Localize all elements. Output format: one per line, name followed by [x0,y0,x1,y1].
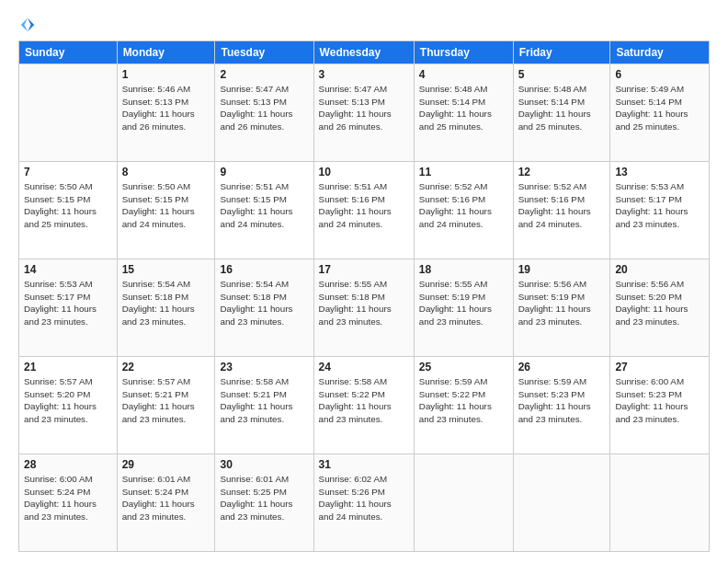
day-info: Sunrise: 6:01 AM Sunset: 5:25 PM Dayligh… [220,473,308,523]
day-number: 16 [220,263,308,276]
day-number: 30 [220,458,308,471]
calendar-cell: 26Sunrise: 5:59 AM Sunset: 5:23 PM Dayli… [513,357,610,454]
day-info: Sunrise: 5:59 AM Sunset: 5:22 PM Dayligh… [419,375,508,425]
calendar-cell: 12Sunrise: 5:52 AM Sunset: 5:16 PM Dayli… [513,162,610,259]
day-number: 2 [220,68,308,81]
day-number: 15 [122,263,210,276]
day-number: 23 [220,361,308,373]
day-number: 7 [24,166,112,178]
day-info: Sunrise: 5:54 AM Sunset: 5:18 PM Dayligh… [220,278,308,327]
day-number: 27 [615,361,704,373]
weekday-header: Wednesday [313,41,414,64]
day-number: 6 [615,68,704,81]
day-info: Sunrise: 6:02 AM Sunset: 5:26 PM Dayligh… [319,473,409,523]
calendar-cell: 31Sunrise: 6:02 AM Sunset: 5:26 PM Dayli… [313,454,414,552]
day-info: Sunrise: 5:48 AM Sunset: 5:14 PM Dayligh… [518,83,606,132]
day-info: Sunrise: 6:01 AM Sunset: 5:24 PM Dayligh… [122,473,210,523]
day-number: 8 [122,166,210,178]
calendar-cell: 16Sunrise: 5:54 AM Sunset: 5:18 PM Dayli… [215,259,313,357]
day-info: Sunrise: 5:55 AM Sunset: 5:19 PM Dayligh… [419,278,508,327]
calendar-cell: 8Sunrise: 5:50 AM Sunset: 5:15 PM Daylig… [117,162,215,259]
calendar-header-row: SundayMondayTuesdayWednesdayThursdayFrid… [19,41,710,64]
day-info: Sunrise: 5:51 AM Sunset: 5:16 PM Dayligh… [319,180,409,230]
day-info: Sunrise: 5:49 AM Sunset: 5:14 PM Dayligh… [615,83,704,132]
svg-marker-1 [21,18,28,31]
day-info: Sunrise: 5:47 AM Sunset: 5:13 PM Dayligh… [319,83,409,132]
calendar-cell: 11Sunrise: 5:52 AM Sunset: 5:16 PM Dayli… [414,162,513,259]
day-number: 11 [419,166,508,178]
calendar-cell: 4Sunrise: 5:48 AM Sunset: 5:14 PM Daylig… [414,64,513,162]
calendar-cell: 30Sunrise: 6:01 AM Sunset: 5:25 PM Dayli… [215,454,313,552]
day-info: Sunrise: 5:51 AM Sunset: 5:15 PM Dayligh… [220,180,308,230]
weekday-header: Sunday [19,41,118,64]
day-info: Sunrise: 5:53 AM Sunset: 5:17 PM Dayligh… [24,278,112,327]
day-number: 21 [24,361,112,373]
calendar-cell: 19Sunrise: 5:56 AM Sunset: 5:19 PM Dayli… [513,259,610,357]
calendar-cell: 13Sunrise: 5:53 AM Sunset: 5:17 PM Dayli… [610,162,710,259]
header [18,17,710,33]
day-info: Sunrise: 6:00 AM Sunset: 5:23 PM Dayligh… [615,375,704,425]
calendar-cell: 3Sunrise: 5:47 AM Sunset: 5:13 PM Daylig… [313,64,414,162]
weekday-header: Thursday [414,41,513,64]
calendar-cell: 18Sunrise: 5:55 AM Sunset: 5:19 PM Dayli… [414,259,513,357]
svg-marker-0 [28,18,34,31]
day-number: 9 [220,166,308,178]
day-info: Sunrise: 5:52 AM Sunset: 5:16 PM Dayligh… [518,180,606,230]
calendar-cell: 14Sunrise: 5:53 AM Sunset: 5:17 PM Dayli… [19,259,118,357]
day-info: Sunrise: 5:47 AM Sunset: 5:13 PM Dayligh… [220,83,308,132]
calendar-week-row: 28Sunrise: 6:00 AM Sunset: 5:24 PM Dayli… [19,454,710,552]
day-number: 26 [518,361,606,373]
day-info: Sunrise: 5:57 AM Sunset: 5:21 PM Dayligh… [122,375,210,425]
calendar-cell: 1Sunrise: 5:46 AM Sunset: 5:13 PM Daylig… [117,64,215,162]
calendar-week-row: 21Sunrise: 5:57 AM Sunset: 5:20 PM Dayli… [19,357,710,454]
day-number: 19 [518,263,606,276]
calendar-cell: 21Sunrise: 5:57 AM Sunset: 5:20 PM Dayli… [19,357,118,454]
page: SundayMondayTuesdayWednesdayThursdayFrid… [0,0,728,563]
calendar-cell: 7Sunrise: 5:50 AM Sunset: 5:15 PM Daylig… [19,162,118,259]
calendar-week-row: 1Sunrise: 5:46 AM Sunset: 5:13 PM Daylig… [19,64,710,162]
day-info: Sunrise: 5:48 AM Sunset: 5:14 PM Dayligh… [419,83,508,132]
calendar-cell: 6Sunrise: 5:49 AM Sunset: 5:14 PM Daylig… [610,64,710,162]
calendar-cell: 24Sunrise: 5:58 AM Sunset: 5:22 PM Dayli… [313,357,414,454]
calendar-cell: 28Sunrise: 6:00 AM Sunset: 5:24 PM Dayli… [19,454,118,552]
day-info: Sunrise: 5:53 AM Sunset: 5:17 PM Dayligh… [615,180,704,230]
day-number: 20 [615,263,704,276]
calendar-cell: 25Sunrise: 5:59 AM Sunset: 5:22 PM Dayli… [414,357,513,454]
day-number: 4 [419,68,508,81]
day-info: Sunrise: 5:59 AM Sunset: 5:23 PM Dayligh… [518,375,606,425]
calendar-cell: 29Sunrise: 6:01 AM Sunset: 5:24 PM Dayli… [117,454,215,552]
day-number: 31 [319,458,409,471]
logo-text [18,17,37,33]
day-info: Sunrise: 5:50 AM Sunset: 5:15 PM Dayligh… [24,180,112,230]
day-number: 29 [122,458,210,471]
day-number: 24 [319,361,409,373]
day-number: 1 [122,68,210,81]
day-number: 18 [419,263,508,276]
day-info: Sunrise: 5:56 AM Sunset: 5:20 PM Dayligh… [615,278,704,327]
day-info: Sunrise: 5:52 AM Sunset: 5:16 PM Dayligh… [419,180,508,230]
calendar-cell: 5Sunrise: 5:48 AM Sunset: 5:14 PM Daylig… [513,64,610,162]
day-info: Sunrise: 5:56 AM Sunset: 5:19 PM Dayligh… [518,278,606,327]
day-info: Sunrise: 5:58 AM Sunset: 5:21 PM Dayligh… [220,375,308,425]
calendar-week-row: 14Sunrise: 5:53 AM Sunset: 5:17 PM Dayli… [19,259,710,357]
day-info: Sunrise: 5:46 AM Sunset: 5:13 PM Dayligh… [122,83,210,132]
calendar-cell [610,454,710,552]
day-number: 10 [319,166,409,178]
calendar-cell [513,454,610,552]
logo-icon [19,17,36,33]
day-number: 14 [24,263,112,276]
day-number: 13 [615,166,704,178]
day-info: Sunrise: 5:55 AM Sunset: 5:18 PM Dayligh… [319,278,409,327]
calendar-cell: 22Sunrise: 5:57 AM Sunset: 5:21 PM Dayli… [117,357,215,454]
day-info: Sunrise: 5:57 AM Sunset: 5:20 PM Dayligh… [24,375,112,425]
calendar-cell: 27Sunrise: 6:00 AM Sunset: 5:23 PM Dayli… [610,357,710,454]
weekday-header: Tuesday [215,41,313,64]
calendar-cell: 9Sunrise: 5:51 AM Sunset: 5:15 PM Daylig… [215,162,313,259]
calendar-cell [19,64,118,162]
day-number: 17 [319,263,409,276]
weekday-header: Friday [513,41,610,64]
day-info: Sunrise: 5:58 AM Sunset: 5:22 PM Dayligh… [319,375,409,425]
day-number: 28 [24,458,112,471]
day-info: Sunrise: 5:50 AM Sunset: 5:15 PM Dayligh… [122,180,210,230]
day-number: 3 [319,68,409,81]
